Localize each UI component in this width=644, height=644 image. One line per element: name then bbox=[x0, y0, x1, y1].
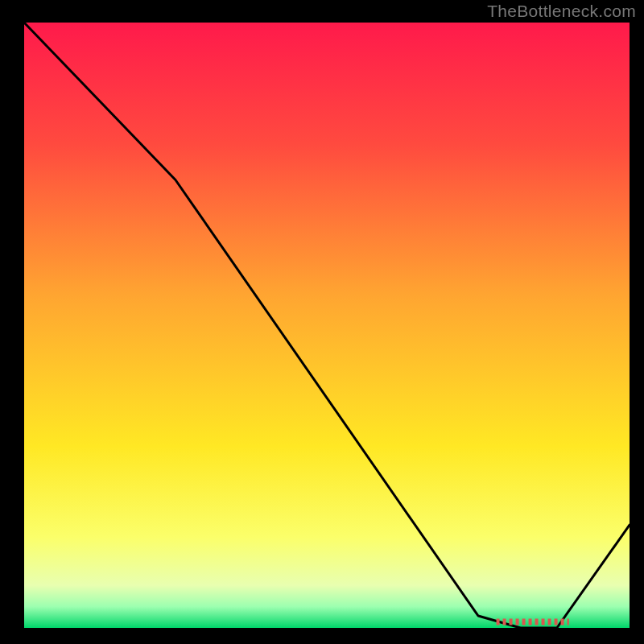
bottleneck-chart bbox=[0, 0, 644, 644]
plot-background bbox=[24, 23, 630, 628]
chart-container: TheBottleneck.com bbox=[0, 0, 644, 644]
attribution-label: TheBottleneck.com bbox=[487, 2, 636, 21]
